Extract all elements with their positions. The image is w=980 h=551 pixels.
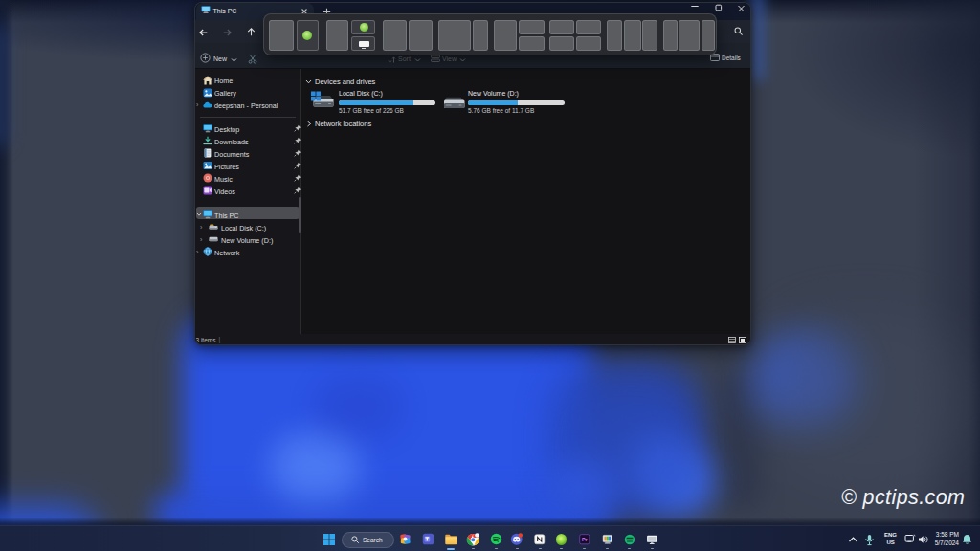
svg-text:Pr: Pr (581, 537, 588, 542)
